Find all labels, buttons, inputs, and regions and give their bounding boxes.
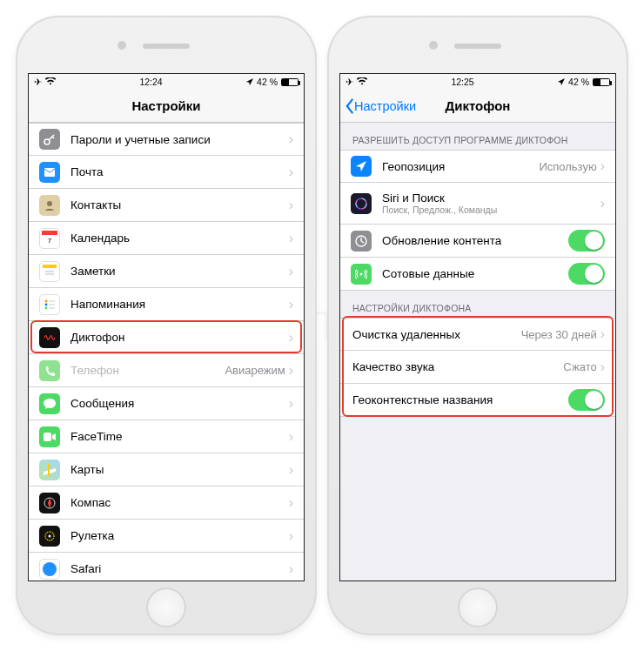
row-value: Сжато [563, 360, 596, 373]
page-title: Диктофон [446, 98, 511, 113]
settings-row-facetime[interactable]: FaceTime› [29, 420, 304, 453]
settings-row-почта[interactable]: Почта› [29, 156, 304, 189]
chevron-right-icon: › [600, 360, 605, 374]
settings-row-контакты[interactable]: Контакты› [29, 189, 304, 222]
row-value: Использую [539, 160, 596, 173]
row-label: Компас [70, 496, 289, 509]
svg-point-8 [45, 299, 48, 302]
access-row-сотовые-данные[interactable]: Сотовые данные [340, 258, 615, 291]
row-label: Заметки [70, 265, 289, 278]
status-time: 12:25 [451, 77, 473, 87]
access-row-обновление-контента[interactable]: Обновление контента [340, 225, 615, 258]
row-label: Карты [70, 463, 289, 476]
chevron-right-icon: › [600, 197, 605, 211]
memo-setting-геоконтекстные-названия[interactable]: Геоконтекстные названия [340, 384, 615, 417]
section-header-memosettings: НАСТРОЙКИ ДИКТОФОНА [340, 291, 615, 318]
svg-point-10 [45, 306, 48, 309]
iphone-left: ✈︎ 12:24 42 % Настройки Пароли и учетные… [16, 16, 317, 635]
settings-row-пароли-и-учетные-записи[interactable]: Пароли и учетные записи› [29, 123, 304, 156]
row-label: Рулетка [70, 529, 289, 542]
airplane-icon: ✈︎ [34, 77, 42, 87]
toggle-switch[interactable] [568, 389, 605, 411]
speaker-grill [143, 44, 190, 49]
row-label: Siri и Поиск [382, 191, 497, 205]
settings-row-календарь[interactable]: 7Календарь› [29, 222, 304, 255]
settings-list: Пароли и учетные записи›Почта›Контакты›7… [29, 123, 304, 581]
chevron-right-icon: › [289, 430, 293, 444]
navbar: Настройки Диктофон [340, 90, 615, 123]
svg-point-17 [49, 534, 51, 537]
row-label: Календарь [70, 232, 289, 245]
back-label: Настройки [354, 99, 416, 113]
wifi-icon [45, 77, 56, 87]
speaker-grill [454, 44, 501, 49]
row-label: Контакты [70, 198, 289, 211]
chevron-right-icon: › [289, 265, 293, 279]
row-label: FaceTime [70, 430, 289, 443]
wifi-icon [357, 77, 367, 87]
svg-point-9 [45, 303, 48, 305]
svg-point-2 [47, 201, 52, 206]
row-label: Геопозиция [382, 160, 445, 173]
chevron-right-icon: › [289, 298, 293, 312]
battery-icon [281, 78, 299, 86]
location-icon [558, 77, 565, 87]
toggle-switch[interactable] [568, 230, 605, 252]
row-label: Диктофон [70, 331, 289, 344]
page-title: Настройки [131, 98, 200, 113]
access-row-siri-и-поиск[interactable]: Siri и ПоискПоиск, Предлож., Команды› [340, 183, 615, 225]
row-label: Почта [70, 165, 289, 178]
chevron-right-icon: › [289, 529, 293, 543]
chevron-right-icon: › [289, 132, 293, 146]
chevron-right-icon: › [289, 496, 293, 510]
chevron-right-icon: › [289, 463, 293, 477]
chevron-right-icon: › [289, 397, 293, 411]
row-label: Качество звука [352, 360, 563, 373]
settings-row-компас[interactable]: Компас› [29, 487, 304, 520]
settings-row-safari[interactable]: Safari› [29, 553, 304, 581]
row-label: Пароли и учетные записи [70, 133, 289, 146]
back-button[interactable]: Настройки [344, 90, 416, 122]
settings-row-диктофон[interactable]: Диктофон› [29, 321, 304, 354]
settings-row-напоминания[interactable]: Напоминания› [29, 288, 304, 321]
home-button[interactable] [146, 587, 186, 628]
settings-row-сообщения[interactable]: Сообщения› [29, 387, 304, 420]
row-label: Обновление контента [382, 234, 501, 247]
navbar: Настройки [29, 90, 304, 123]
airplane-icon: ✈︎ [345, 77, 353, 87]
voice-memo-settings: РАЗРЕШИТЬ ДОСТУП ПРОГРАММЕ ДИКТОФОН Геоп… [340, 123, 615, 417]
chevron-right-icon: › [600, 327, 605, 341]
svg-point-18 [43, 562, 57, 576]
row-label: Телефон [70, 364, 225, 377]
svg-text:7: 7 [48, 237, 52, 245]
settings-row-карты[interactable]: Карты› [29, 453, 304, 487]
settings-row-заметки[interactable]: Заметки› [29, 255, 304, 288]
chevron-right-icon: › [289, 562, 293, 576]
svg-rect-5 [43, 265, 57, 268]
location-icon [246, 77, 253, 87]
row-label: Сотовые данные [382, 267, 474, 280]
status-time: 12:24 [139, 77, 162, 87]
chevron-right-icon: › [289, 364, 293, 378]
svg-rect-14 [44, 433, 51, 441]
battery-text: 42 % [568, 77, 589, 87]
row-label: Safari [70, 562, 289, 575]
memo-setting-очистка-удаленных[interactable]: Очистка удаленныхЧерез 30 дней› [340, 318, 615, 351]
row-value: Через 30 дней [521, 328, 597, 341]
toggle-switch[interactable] [568, 263, 605, 285]
home-button[interactable] [458, 587, 498, 628]
chevron-right-icon: › [289, 232, 293, 245]
front-camera [117, 41, 126, 50]
row-subtitle: Поиск, Предлож., Команды [382, 205, 497, 215]
row-label: Сообщения [70, 397, 289, 410]
settings-row-телефон[interactable]: ТелефонАвиарежим› [29, 354, 304, 387]
row-label: Напоминания [70, 298, 289, 311]
settings-row-рулетка[interactable]: Рулетка› [29, 520, 304, 553]
memo-setting-качество-звука[interactable]: Качество звукаСжато› [340, 351, 615, 384]
screen-right: ✈︎ 12:25 42 % Настройки Диктофон РА [339, 73, 616, 581]
iphone-right: ✈︎ 12:25 42 % Настройки Диктофон РА [327, 16, 628, 635]
row-label: Очистка удаленных [352, 328, 521, 341]
chevron-right-icon: › [600, 159, 605, 173]
chevron-right-icon: › [289, 198, 293, 212]
access-row-геопозиция[interactable]: ГеопозицияИспользую› [340, 150, 615, 183]
